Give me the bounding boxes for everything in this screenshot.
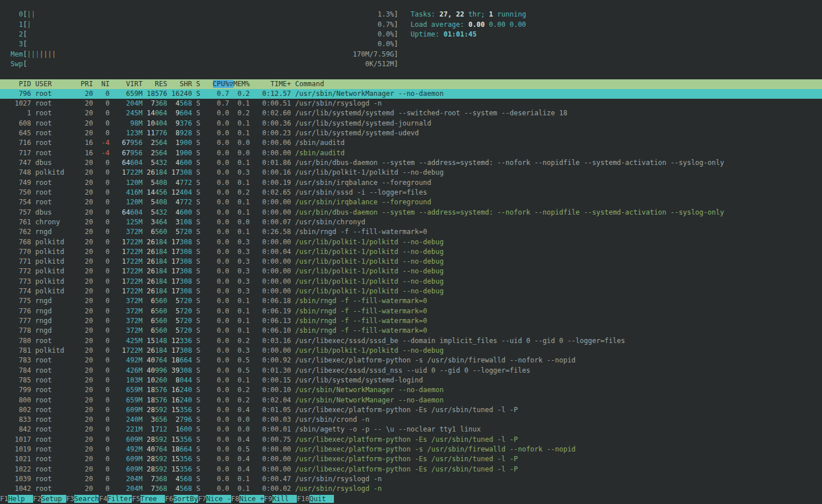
meter-label: 0 (2, 10, 23, 18)
cell-res: 6560 (143, 326, 167, 334)
process-row-776[interactable]: 776 rngd 20 0 372M 6560 5720 S 0.0 0.1 0… (0, 307, 822, 316)
cell-pid: 1022 (2, 465, 31, 473)
cell-ni: 0 (93, 297, 110, 305)
process-row-1039[interactable]: 1039 root 20 0 204M 7368 4568 S 0.0 0.1 … (0, 474, 822, 484)
cell-state: S (192, 257, 200, 265)
cell-user: root (31, 109, 76, 117)
column-header-user[interactable]: USER (31, 80, 76, 88)
column-header-virt[interactable]: VIRT (110, 80, 143, 88)
process-row-833[interactable]: 833 root 20 0 240M 3656 2796 S 0.0 0.0 0… (0, 415, 822, 425)
process-row-772[interactable]: 772 polkitd 20 0 1722M 26184 17308 S 0.0… (0, 267, 822, 276)
cell-pri: 20 (76, 238, 93, 246)
process-row-762[interactable]: 762 rngd 20 0 372M 6560 5720 S 0.0 0.1 0… (0, 227, 822, 237)
fn-key-label: F7 (198, 495, 206, 503)
process-row-768[interactable]: 768 polkitd 20 0 1722M 26184 17308 S 0.0… (0, 237, 822, 247)
process-row-796[interactable]: 796 root 20 0 659M 18576 16240 S 0.7 0.2… (0, 89, 822, 99)
process-row-749[interactable]: 749 root 20 0 120M 5408 4772 S 0.0 0.1 0… (0, 178, 822, 188)
process-row-800[interactable]: 800 root 20 0 659M 18576 16240 S 0.0 0.2… (0, 396, 822, 405)
process-row-716[interactable]: 716 root 16 -4 67956 2564 1900 S 0.0 0.0… (0, 138, 822, 148)
cell-cpu: 0.0 (200, 455, 229, 463)
fn-f10-quit[interactable]: F10Quit (297, 494, 334, 504)
process-row-1019[interactable]: 1019 root 20 0 492M 40764 18664 S 0.0 0.… (0, 445, 822, 454)
cell-command: /usr/sbin/chronyd (291, 218, 365, 226)
process-row-799[interactable]: 799 root 20 0 659M 18576 16240 S 0.0 0.2… (0, 385, 822, 395)
fn-f1-help[interactable]: F1Help (0, 494, 33, 504)
fn-action-label: Tree (140, 495, 165, 503)
fn-f9-kill[interactable]: F9Kill (264, 494, 297, 504)
cell-virt: 240M (110, 416, 143, 424)
cell-pri: 20 (76, 445, 93, 453)
cell-mem: 0.3 (229, 238, 249, 246)
column-header-command[interactable]: Command (291, 80, 324, 88)
meter-close-bracket: ] (394, 30, 398, 38)
cell-command: /usr/lib/polkit-1/polkitd --no-debug (291, 248, 444, 256)
column-header-pri[interactable]: PRI (76, 80, 93, 88)
fn-f7-nice-[interactable]: F7Nice - (198, 494, 231, 504)
cell-mem: 0.1 (229, 119, 249, 127)
process-row-802[interactable]: 802 root 20 0 609M 28592 15356 S 0.0 0.4… (0, 405, 822, 415)
process-row-842[interactable]: 842 root 20 0 221M 1712 1600 S 0.0 0.0 0… (0, 425, 822, 434)
process-row-784[interactable]: 784 root 20 0 426M 40996 39308 S 0.0 0.5… (0, 366, 822, 376)
process-row-645[interactable]: 645 root 20 0 123M 11776 8928 S 0.0 0.1 … (0, 128, 822, 138)
process-row-757[interactable]: 757 dbus 20 0 64604 5432 4600 S 0.0 0.1 … (0, 208, 822, 217)
process-row-783[interactable]: 783 root 20 0 492M 40764 18664 S 0.0 0.5… (0, 356, 822, 365)
process-row-775[interactable]: 775 rngd 20 0 372M 6560 5720 S 0.0 0.1 0… (0, 296, 822, 306)
fn-f8-nice-[interactable]: F8Nice + (231, 494, 264, 504)
cell-shr: 17308 (167, 346, 192, 354)
process-row-770[interactable]: 770 polkitd 20 0 1722M 26184 17308 S 0.0… (0, 247, 822, 257)
cell-state: S (192, 356, 200, 364)
summary-panel: Tasks: 27, 22 thr; 1 running Load averag… (410, 10, 526, 69)
process-row-1042[interactable]: 1042 root 20 0 204M 7368 4568 S 0.0 0.1 … (0, 484, 822, 494)
fn-f4-filter[interactable]: F4Filter (99, 494, 132, 504)
column-header-state[interactable]: S (192, 80, 200, 88)
column-header-shr[interactable]: SHR (167, 80, 192, 88)
process-row-777[interactable]: 777 rngd 20 0 372M 6560 5720 S 0.0 0.1 0… (0, 316, 822, 326)
cell-cpu: 0.0 (200, 297, 229, 305)
fn-action-label: Nice + (239, 495, 264, 503)
process-row-774[interactable]: 774 polkitd 20 0 1722M 26184 17308 S 0.0… (0, 287, 822, 296)
process-row-1027[interactable]: 1027 root 20 0 204M 7368 4568 S 0.7 0.1 … (0, 99, 822, 108)
cell-command: /usr/libexec/platform-python -Es /usr/sb… (291, 465, 518, 473)
cell-virt: 609M (110, 465, 143, 473)
process-row-750[interactable]: 750 root 20 0 416M 14456 12404 S 0.0 0.2… (0, 188, 822, 197)
process-row-761[interactable]: 761 chrony 20 0 125M 3464 3108 S 0.0 0.0… (0, 217, 822, 227)
column-header-ni[interactable]: NI (93, 80, 110, 88)
column-header-cpu[interactable]: CPU%▽ (213, 80, 233, 88)
process-row-781[interactable]: 781 polkitd 20 0 1722M 26184 17308 S 0.0… (0, 346, 822, 356)
cell-state: S (192, 376, 200, 384)
meter-label: Swp (2, 60, 23, 68)
cell-mem: 0.1 (229, 129, 249, 137)
process-row-778[interactable]: 778 rngd 20 0 372M 6560 5720 S 0.0 0.1 0… (0, 326, 822, 336)
process-row-1[interactable]: 1 root 20 0 245M 14064 9604 S 0.0 0.2 0:… (0, 108, 822, 118)
fn-f5-tree[interactable]: F5Tree (132, 494, 165, 504)
process-row-1017[interactable]: 1017 root 20 0 609M 28592 15356 S 0.0 0.… (0, 435, 822, 445)
column-header-time[interactable]: TIME+ (250, 80, 291, 88)
process-row-754[interactable]: 754 root 20 0 120M 5408 4772 S 0.0 0.1 0… (0, 197, 822, 207)
column-header-pid[interactable]: PID (2, 80, 31, 88)
process-row-771[interactable]: 771 polkitd 20 0 1722M 26184 17308 S 0.0… (0, 257, 822, 267)
fn-f6-sortby[interactable]: F6SortBy (165, 494, 198, 504)
fn-f3-search[interactable]: F3Search (66, 494, 99, 504)
process-row-785[interactable]: 785 root 20 0 103M 10260 8044 S 0.0 0.1 … (0, 376, 822, 385)
cell-virt: 372M (110, 228, 143, 236)
process-row-747[interactable]: 747 dbus 20 0 64604 5432 4600 S 0.0 0.1 … (0, 158, 822, 168)
cell-time: 0:00.19 (250, 179, 291, 187)
process-row-748[interactable]: 748 polkitd 20 0 1722M 26184 17308 S 0.0… (0, 168, 822, 178)
running-count: 1 (489, 10, 493, 18)
cell-ni: 0 (93, 198, 110, 206)
fn-f2-setup[interactable]: F2Setup (33, 494, 66, 504)
cell-shr: 8928 (167, 129, 192, 137)
cell-virt: 204M (110, 475, 143, 483)
column-header-res[interactable]: RES (143, 80, 167, 88)
process-row-608[interactable]: 608 root 20 0 98M 10404 9376 S 0.0 0.1 0… (0, 119, 822, 128)
fn-key-label: F10 (297, 495, 309, 503)
process-row-1021[interactable]: 1021 root 20 0 609M 28592 15356 S 0.0 0.… (0, 454, 822, 464)
cell-pri: 20 (76, 109, 93, 117)
cell-time: 0:00.00 (250, 238, 291, 246)
process-row-780[interactable]: 780 root 20 0 425M 15148 12336 S 0.0 0.2… (0, 336, 822, 346)
column-header-mem[interactable]: MEM% (233, 80, 250, 88)
process-row-717[interactable]: 717 root 16 -4 67956 2564 1900 S 0.0 0.0… (0, 148, 822, 158)
process-row-1022[interactable]: 1022 root 20 0 609M 28592 15356 S 0.0 0.… (0, 465, 822, 474)
cell-state: S (192, 475, 200, 483)
process-row-773[interactable]: 773 polkitd 20 0 1722M 26184 17308 S 0.0… (0, 277, 822, 287)
